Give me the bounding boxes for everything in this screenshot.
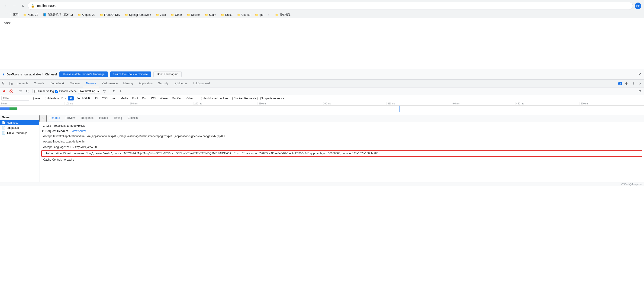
bookmark-youdao[interactable]: 📘 有道云笔记（原有...) — [41, 12, 75, 18]
hide-data-urls-label[interactable]: Hide data URLs — [43, 97, 66, 100]
filter-type-fetch[interactable]: Fetch/XHR — [75, 96, 92, 100]
devtools-settings-icon[interactable]: ⚙ — [624, 81, 629, 86]
upload-icon[interactable]: ⬆ — [111, 88, 117, 94]
tab-security[interactable]: Security — [156, 80, 171, 87]
tab-fulldownload[interactable]: FullDownload — [190, 80, 213, 87]
disable-cache-checkbox[interactable] — [55, 90, 58, 93]
filter-type-js[interactable]: JS — [93, 96, 99, 100]
bookmark-kafka[interactable]: 📁 Kafka — [219, 12, 234, 17]
network-settings-icon[interactable]: ⚙ — [637, 88, 642, 94]
notification-close-icon[interactable]: ✕ — [638, 72, 641, 76]
tab-console[interactable]: Console — [31, 80, 47, 87]
folder-icon: 📁 — [237, 13, 240, 16]
header-value-language: zh-CN,zh;q=0.9,ja;q=0.8 — [66, 146, 97, 149]
tab-recorder[interactable]: Recorder ⏺ — [47, 80, 68, 87]
detail-close-button[interactable]: ✕ — [40, 115, 47, 122]
wifi-icon[interactable] — [102, 88, 107, 94]
element-picker-icon[interactable] — [1, 82, 8, 86]
device-mode-icon[interactable] — [8, 82, 14, 86]
clear-button[interactable]: 🚫 — [8, 88, 14, 94]
bookmarks-bar: ⋮⋮⋮ 应用 📁 Node JS 📘 有道云笔记（原有...) 📁 Angula… — [0, 12, 644, 18]
detail-tab-initiator[interactable]: Initiator — [96, 115, 111, 122]
filter-type-font[interactable]: Font — [131, 96, 139, 100]
filter-input[interactable] — [2, 96, 29, 101]
tab-sources[interactable]: Sources — [68, 80, 83, 87]
filter-type-manifest[interactable]: Manifest — [170, 96, 184, 100]
back-button[interactable]: ← — [3, 2, 9, 9]
download-icon[interactable]: ⬇ — [118, 88, 124, 94]
devtools-notification: ℹ DevTools is now available in Chinese! … — [0, 70, 644, 79]
filter-type-img[interactable]: Img — [110, 96, 118, 100]
bookmark-docker[interactable]: 📁 Docker — [185, 12, 202, 17]
tab-application[interactable]: Application — [136, 80, 156, 87]
bookmark-frontofdev[interactable]: 📁 Front Of Dev — [98, 12, 122, 17]
bookmark-nodejs[interactable]: 📁 Node JS — [21, 12, 40, 17]
request-item-141[interactable]: 📄 141.327ce5c7.js — [0, 130, 39, 136]
section-header-request[interactable]: ▼ Request Headers View source — [40, 128, 644, 134]
bookmark-apps[interactable]: ⋮⋮⋮ 应用 — [2, 12, 20, 18]
tab-lighthouse[interactable]: Lighthouse — [171, 80, 190, 87]
bookmark-angular[interactable]: 📁 Angular Js — [76, 12, 97, 17]
throttle-select[interactable]: No throttling Fast 3G Slow 3G Offline — [78, 89, 100, 94]
bookmark-spark[interactable]: 📁 Spark — [203, 12, 218, 17]
browser-chrome: ← → ↻ 🔓 localhost:8080 FF ⋮⋮⋮ 应用 📁 Node … — [0, 0, 644, 18]
bookmark-label: 其他书签 — [280, 13, 291, 17]
tab-network[interactable]: Network — [83, 80, 99, 87]
dont-show-again-button[interactable]: Don't show again — [153, 71, 182, 77]
tab-memory[interactable]: Memory — [121, 80, 136, 87]
filter-type-css[interactable]: CSS — [100, 96, 109, 100]
devtools-tab-actions: 2 ⚙ ⋮ ✕ — [618, 81, 643, 86]
invert-checkbox-label[interactable]: Invert — [30, 97, 42, 100]
network-toolbar: ⏺ 🚫 Preserve log Disable cache No thrott… — [0, 88, 644, 95]
forward-button[interactable]: → — [11, 2, 18, 9]
switch-chinese-button[interactable]: Switch DevTools to Chinese — [110, 72, 151, 77]
hide-data-urls-checkbox[interactable] — [43, 97, 46, 100]
detail-tab-headers[interactable]: Headers — [47, 115, 63, 122]
blocked-cookies-checkbox[interactable] — [199, 97, 202, 100]
filter-type-ws[interactable]: WS — [150, 96, 157, 100]
blocked-requests-checkbox[interactable] — [230, 97, 233, 100]
detail-tab-preview[interactable]: Preview — [63, 115, 78, 122]
request-item-adapter[interactable]: 📄 adapter.js — [0, 125, 39, 130]
filter-type-media[interactable]: Media — [119, 96, 130, 100]
preserve-log-checkbox[interactable] — [34, 90, 37, 93]
url-display[interactable]: localhost:8080 — [36, 4, 630, 8]
request-item-localhost[interactable]: 📄 localhost — [0, 120, 39, 125]
tab-performance[interactable]: Performance — [99, 80, 121, 87]
match-language-button[interactable]: Always match Chrome's language — [60, 72, 108, 77]
record-button[interactable]: ⏺ — [2, 88, 7, 94]
refresh-button[interactable]: ↻ — [20, 2, 26, 9]
detail-tab-timing[interactable]: Timing — [111, 115, 125, 122]
devtools-more-icon[interactable]: ⋮ — [630, 81, 636, 86]
filter-type-wasm[interactable]: Wasm — [158, 96, 169, 100]
devtools-close-icon[interactable]: ✕ — [638, 81, 643, 86]
blocked-cookies-label[interactable]: Has blocked cookies — [199, 97, 228, 100]
prev-header-text: X-XSS-Protection: 1; mode=block — [43, 124, 85, 128]
blocked-requests-label[interactable]: Blocked Requests — [230, 97, 256, 100]
bookmark-label: Docker — [191, 13, 200, 16]
detail-tab-response[interactable]: Response — [78, 115, 96, 122]
svg-rect-4 — [12, 83, 12, 85]
bookmark-otherbookmarks[interactable]: 📁 其他书签 — [273, 12, 292, 18]
bookmark-rpc[interactable]: 📁 rpc — [253, 12, 265, 17]
detail-tab-cookies[interactable]: Cookies — [125, 115, 140, 122]
preserve-log-label[interactable]: Preserve log — [34, 90, 54, 93]
bookmark-other[interactable]: 📁 Other — [169, 12, 184, 17]
third-party-checkbox[interactable] — [258, 97, 260, 100]
bookmark-more[interactable]: » — [266, 12, 272, 17]
profile-icon[interactable]: FF — [635, 2, 641, 9]
filter-type-doc[interactable]: Doc — [140, 96, 148, 100]
view-source-link[interactable]: View source — [72, 130, 86, 133]
detail-panel: ✕ Headers Preview Response Initiator Tim… — [40, 115, 644, 182]
tab-elements[interactable]: Elements — [14, 80, 31, 87]
bookmark-ubuntu[interactable]: 📁 Ubuntu — [235, 12, 252, 17]
invert-checkbox[interactable] — [30, 97, 34, 100]
filter-toggle-icon[interactable] — [18, 88, 24, 94]
disable-cache-label[interactable]: Disable cache — [55, 90, 76, 93]
search-icon[interactable] — [25, 88, 30, 94]
filter-type-other[interactable]: Other — [185, 96, 195, 100]
filter-type-all[interactable]: All — [68, 96, 74, 100]
third-party-label[interactable]: 3rd-party requests — [258, 97, 284, 100]
bookmark-java[interactable]: 📁 Java — [154, 12, 168, 17]
bookmark-springframework[interactable]: 📁 SpringFramework — [123, 12, 153, 17]
